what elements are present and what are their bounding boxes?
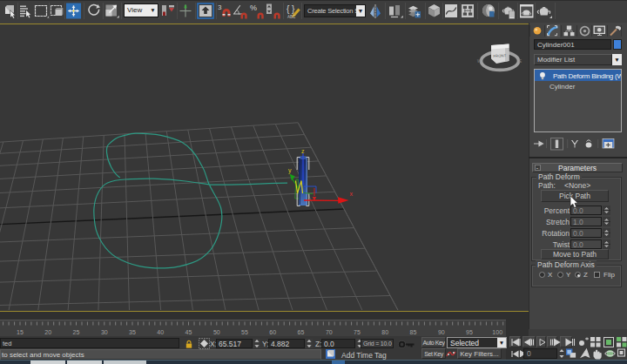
svg-text:80: 80	[381, 329, 388, 335]
svg-text:30: 30	[101, 329, 108, 335]
svg-text:45: 45	[185, 329, 192, 335]
svg-text:{ }: { }	[287, 4, 295, 14]
svg-text:100: 100	[492, 329, 502, 335]
svg-text:y: y	[288, 167, 292, 174]
svg-text:x: x	[350, 191, 354, 197]
svg-text:70: 70	[326, 329, 333, 335]
svg-text:%: %	[250, 3, 257, 12]
svg-text:65: 65	[298, 329, 305, 335]
svg-text:55: 55	[241, 329, 248, 335]
svg-text:E: E	[519, 59, 522, 64]
svg-text:40: 40	[157, 329, 164, 335]
svg-text:FRONT: FRONT	[493, 53, 506, 58]
svg-text:20: 20	[44, 329, 51, 335]
svg-text:85: 85	[410, 329, 417, 335]
svg-text:3: 3	[218, 3, 222, 11]
svg-text:z: z	[301, 148, 305, 154]
svg-text:50: 50	[213, 329, 220, 335]
svg-text:90: 90	[438, 329, 445, 335]
svg-text:60: 60	[269, 329, 276, 335]
svg-text:25: 25	[73, 329, 80, 335]
svg-text:95: 95	[466, 329, 473, 335]
svg-text:35: 35	[129, 329, 136, 335]
svg-text:ABC: ABC	[287, 15, 296, 19]
svg-text:75: 75	[354, 329, 361, 335]
svg-text:15: 15	[17, 329, 24, 335]
